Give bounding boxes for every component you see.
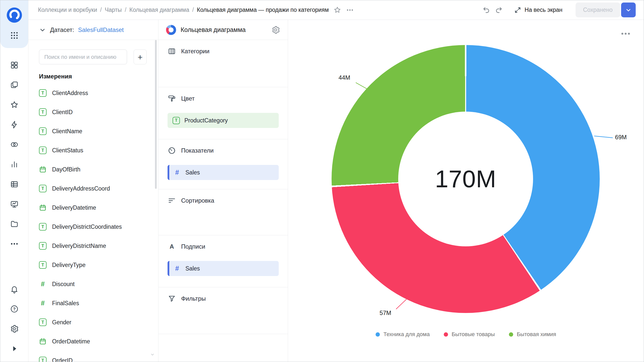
charts-icon[interactable]	[8, 158, 21, 171]
search-input[interactable]	[39, 50, 127, 64]
field-item[interactable]: TClientID	[28, 103, 158, 122]
expand-panel-icon[interactable]	[8, 342, 21, 355]
field-item[interactable]: TDeliveryDistrictCoordinates	[28, 217, 158, 236]
dataset-panel: Датасет: SalesFullDataset + Измерения TC…	[28, 20, 158, 362]
widgets-icon[interactable]	[8, 59, 21, 72]
string-field-icon: T	[39, 261, 47, 269]
field-item[interactable]: TDeliveryAddressCoord	[28, 179, 158, 198]
section-categories[interactable]: Категории	[158, 40, 288, 87]
number-field-icon: #	[173, 265, 181, 273]
dashboards-monitor-icon[interactable]	[8, 198, 21, 211]
chart-settings-gear-icon[interactable]	[271, 25, 280, 34]
string-field-icon: T	[173, 117, 180, 124]
legend-dot	[444, 332, 448, 337]
svg-text:?: ?	[13, 307, 15, 311]
dataset-label: Датасет:	[50, 26, 74, 33]
segment-value-label: 44M	[339, 74, 350, 81]
chevron-down-icon	[625, 7, 632, 13]
field-item[interactable]: #Discount	[28, 275, 158, 294]
chart-legend: Техника для домаБытовые товарыБытовая хи…	[288, 331, 644, 338]
string-field-icon: T	[39, 319, 47, 326]
field-chip-productcategory[interactable]: T ProductCategory	[168, 113, 279, 128]
fullscreen-label: На весь экран	[525, 7, 562, 13]
donut-ring[interactable]: 170M	[332, 45, 600, 313]
content: Датасет: SalesFullDataset + Измерения TC…	[28, 20, 644, 362]
breadcrumb-item[interactable]: Коллекции и воркбуки	[38, 7, 97, 13]
breadcrumb-item[interactable]: Кольцевая диаграмма	[129, 7, 189, 13]
date-field-icon	[39, 338, 47, 345]
string-field-icon: T	[39, 357, 47, 362]
dataset-name-link[interactable]: SalesFullDataset	[78, 26, 124, 33]
field-item[interactable]: DeliveryDatetime	[28, 198, 158, 217]
field-item[interactable]: OrderDatetime	[28, 332, 158, 351]
title-more-icon[interactable]	[346, 6, 354, 14]
help-icon[interactable]: ?	[8, 302, 21, 315]
section-color[interactable]: Цвет T ProductCategory	[158, 87, 288, 139]
scroll-more-icon	[150, 352, 155, 358]
add-field-button[interactable]: +	[134, 50, 147, 64]
chevron-down-icon[interactable]	[39, 26, 46, 33]
field-item[interactable]: TDeliveryType	[28, 255, 158, 275]
search-row: +	[39, 50, 148, 64]
section-labels[interactable]: A Подписи # Sales	[158, 235, 288, 287]
field-item[interactable]: TDeliveryDistrictName	[28, 236, 158, 255]
notifications-bell-icon[interactable]	[8, 283, 21, 296]
save-dropdown-button[interactable]	[621, 3, 636, 17]
datalens-app: ? Коллекции и воркбуки / Чарты / Кольцев…	[0, 0, 644, 362]
string-field-icon: T	[39, 185, 47, 192]
undo-icon[interactable]	[482, 6, 490, 14]
segment-value-label: 69M	[615, 134, 627, 141]
legend-item[interactable]: Бытовая химия	[509, 331, 556, 338]
field-chip-sales-measure[interactable]: # Sales	[168, 165, 279, 180]
legend-dot	[509, 332, 513, 337]
measures-gauge-icon	[168, 146, 176, 155]
string-field-icon: T	[39, 127, 47, 135]
datasets-table-icon[interactable]	[8, 178, 21, 191]
breadcrumb: Коллекции и воркбуки / Чарты / Кольцевая…	[38, 7, 329, 13]
storage-folder-icon[interactable]	[8, 217, 21, 231]
datalens-logo-icon[interactable]	[6, 7, 23, 23]
section-filters[interactable]: Фильтры	[158, 287, 288, 334]
redo-icon[interactable]	[495, 6, 503, 14]
date-field-icon	[39, 204, 47, 211]
left-rail: ?	[0, 0, 28, 362]
string-field-icon: T	[39, 108, 47, 116]
legend-item[interactable]: Техника для дома	[376, 331, 430, 338]
filters-funnel-icon	[168, 294, 176, 303]
field-item[interactable]: TClientStatus	[28, 141, 158, 160]
categories-icon	[168, 47, 176, 56]
relations-icon[interactable]	[8, 138, 21, 151]
apps-grid-icon[interactable]	[8, 29, 21, 42]
chart-type-label[interactable]: Кольцевая диаграмма	[181, 26, 267, 33]
field-item[interactable]: TGender	[28, 313, 158, 332]
field-item[interactable]: TOrderID	[28, 351, 158, 362]
date-field-icon	[39, 166, 47, 173]
svg-text:A: A	[170, 243, 174, 250]
collections-icon[interactable]	[8, 78, 21, 92]
field-item[interactable]: #FinalSales	[28, 294, 158, 313]
chart-config-panel: Кольцевая диаграмма Категории Цвет	[158, 20, 288, 362]
saved-button[interactable]: Сохранено	[576, 3, 620, 17]
field-item[interactable]: TClientAddress	[28, 83, 158, 103]
legend-item[interactable]: Бытовые товары	[444, 331, 495, 338]
fields-scrollbar[interactable]	[155, 40, 157, 189]
fullscreen-button[interactable]: На весь экран	[512, 6, 564, 14]
section-measures[interactable]: Показатели # Sales	[158, 139, 288, 189]
dataset-header: Датасет: SalesFullDataset	[28, 20, 158, 40]
breadcrumb-item[interactable]: Чарты	[105, 7, 122, 13]
more-dots-icon[interactable]	[8, 237, 21, 250]
settings-gear-icon[interactable]	[8, 322, 21, 335]
field-item[interactable]: DayOfBirth	[28, 160, 158, 179]
favorites-star-icon[interactable]	[8, 98, 21, 111]
donut-chart-type-icon[interactable]	[166, 25, 176, 35]
field-chip-sales-label[interactable]: # Sales	[168, 261, 279, 276]
chart-more-icon[interactable]	[621, 32, 631, 35]
field-item[interactable]: TClientName	[28, 122, 158, 141]
number-field-icon: #	[173, 169, 181, 176]
section-sort[interactable]: Сортировка	[158, 189, 288, 235]
save-split-button: Сохранено	[576, 3, 636, 17]
dimensions-title: Измерения	[39, 73, 148, 80]
favorite-star-icon[interactable]	[333, 6, 341, 14]
chart-area: 170M 69M 57M 44M Техника для домаБытовые…	[288, 20, 644, 362]
lightning-icon[interactable]	[8, 118, 21, 131]
